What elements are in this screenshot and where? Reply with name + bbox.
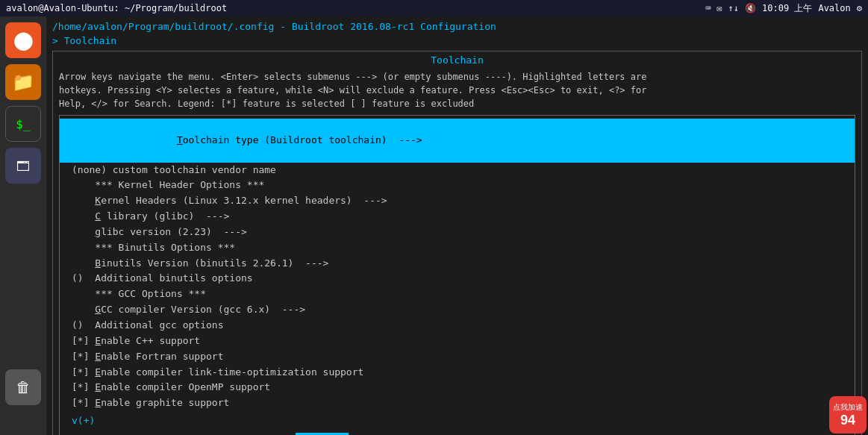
email-icon: ✉ bbox=[716, 3, 722, 13]
taskbar-top: avalon@Avalon-Ubuntu: ~/Program/buildroo… bbox=[0, 0, 868, 16]
username: Avalon bbox=[818, 3, 850, 13]
menu-item-gcc-version[interactable]: GCC compiler Version (gcc 6.x) ---> bbox=[60, 302, 855, 318]
dialog-buttons: <Select> < Exit > < Help > < Save > < Lo… bbox=[60, 427, 855, 435]
menu-item-graphite-support[interactable]: [*] Enable graphite support bbox=[60, 395, 855, 411]
menu-item-binutils-options: *** Binutils Options *** bbox=[60, 240, 855, 256]
keyboard-icon: ⌨ bbox=[705, 3, 711, 13]
trash-icon-button[interactable]: 🗑 bbox=[5, 369, 41, 405]
menu-area[interactable]: Toolchain type (Buildroot toolchain) ---… bbox=[60, 116, 855, 414]
trash-icon: 🗑 bbox=[16, 378, 31, 396]
dialog-title: Toolchain bbox=[53, 51, 861, 69]
corner-widget-number: 94 bbox=[840, 413, 855, 428]
window-title: avalon@Avalon-Ubuntu: ~/Program/buildroo… bbox=[6, 3, 227, 13]
menu-item-cpp-support[interactable]: [*] Enable C++ support bbox=[60, 334, 855, 349]
clock: 10:09 上午 bbox=[762, 2, 812, 15]
menu-item-kernel-headers[interactable]: Kernel Headers (Linux 3.12.x kernel head… bbox=[60, 193, 855, 209]
corner-widget-label: 点我加速 bbox=[833, 402, 863, 413]
menu-item-binutils-version[interactable]: Binutils Version (binutils 2.26.1) ---> bbox=[60, 256, 855, 272]
nautilus-launcher-icon[interactable]: 🗔 bbox=[5, 148, 41, 184]
scroll-indicator: v(+) bbox=[60, 414, 855, 427]
menu-item-gcc-options: *** GCC Options *** bbox=[60, 287, 855, 302]
corner-speed-widget[interactable]: 点我加速 94 bbox=[829, 396, 867, 434]
network-icon: ↑↓ bbox=[728, 3, 739, 13]
mute-icon: 🔇 bbox=[745, 3, 756, 13]
window-icon: 🗔 bbox=[16, 158, 30, 174]
inner-dialog: Toolchain type (Buildroot toolchain) ---… bbox=[59, 115, 855, 435]
sidebar-left: ⬤ 📁 $_ 🗔 🗑 bbox=[0, 16, 46, 435]
config-path-line: /home/avalon/Program/buildroot/.config -… bbox=[52, 19, 862, 34]
help-text: Arrow keys navigate the menu. <Enter> se… bbox=[53, 69, 861, 115]
settings-icon[interactable]: ⚙ bbox=[857, 3, 862, 13]
folder-icon: 📁 bbox=[12, 72, 34, 93]
desktop: avalon@Avalon-Ubuntu: ~/Program/buildroo… bbox=[0, 0, 868, 435]
help-line-2: hotkeys. Pressing <Y> selectes a feature… bbox=[59, 85, 646, 96]
terminal-content: /home/avalon/Program/buildroot/.config -… bbox=[46, 16, 868, 435]
breadcrumb: > Toolchain bbox=[52, 34, 862, 48]
menu-item-lto-support[interactable]: [*] Enable compiler link-time-optimizati… bbox=[60, 365, 855, 381]
menu-item-c-library[interactable]: C library (glibc) ---> bbox=[60, 209, 855, 225]
ubuntu-launcher-icon[interactable]: ⬤ bbox=[5, 22, 41, 58]
ubuntu-logo: ⬤ bbox=[13, 30, 34, 51]
menu-item-additional-binutils[interactable]: () Additional binutils options bbox=[60, 271, 855, 287]
config-dialog: Toolchain Arrow keys navigate the menu. … bbox=[52, 51, 862, 435]
menu-item-openmp-support[interactable]: [*] Enable compiler OpenMP support bbox=[60, 380, 855, 395]
taskbar-right-area: ⌨ ✉ ↑↓ 🔇 10:09 上午 Avalon ⚙ bbox=[705, 2, 862, 15]
menu-item-kernel-header-options: *** Kernel Header Options *** bbox=[60, 178, 855, 193]
menu-item-vendor-name[interactable]: (none) custom toolchain vendor name bbox=[60, 163, 855, 178]
menu-item-toolchain-type[interactable]: Toolchain type (Buildroot toolchain) ---… bbox=[60, 119, 855, 163]
menu-item-fortran-support[interactable]: [*] Enable Fortran support bbox=[60, 349, 855, 365]
terminal-window: /home/avalon/Program/buildroot/.config -… bbox=[46, 16, 868, 435]
files-launcher-icon[interactable]: 📁 bbox=[5, 64, 41, 100]
help-line-1: Arrow keys navigate the menu. <Enter> se… bbox=[59, 72, 646, 82]
help-line-3: Help, </> for Search. Legend: [*] featur… bbox=[59, 98, 474, 109]
menu-item-glibc-version[interactable]: glibc version (2.23) ---> bbox=[60, 225, 855, 240]
terminal-prompt-icon: $_ bbox=[16, 117, 30, 131]
terminal-launcher-icon[interactable]: $_ bbox=[5, 106, 41, 142]
menu-item-additional-gcc[interactable]: () Additional gcc options bbox=[60, 318, 855, 334]
